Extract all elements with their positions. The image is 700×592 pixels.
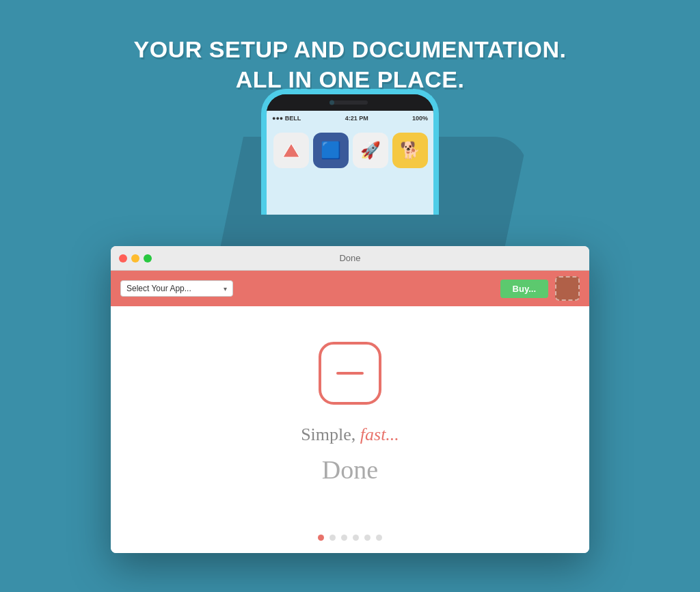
svg-marker-0 (283, 144, 299, 157)
traffic-lights (119, 254, 152, 263)
chevron-down-icon: ▾ (224, 285, 227, 293)
phone: ●●● BELL 4:21 PM 100% 🟦 🚀 🐕 (261, 89, 439, 215)
buy-button[interactable]: Buy... (500, 280, 548, 298)
page-dot-2[interactable] (329, 535, 336, 541)
tagline: Simple, fast... Done (301, 421, 399, 489)
app-icon-3: 🚀 (353, 133, 388, 168)
tagline-simple: Simple, (301, 425, 360, 444)
phone-speaker (332, 100, 368, 105)
window-title: Done (339, 253, 360, 263)
done-app-icon (319, 342, 381, 405)
page-dot-6[interactable] (376, 535, 382, 541)
phone-top-bar (267, 94, 433, 111)
headline-text: YOUR SETUP AND DOCUMENTATION. (134, 34, 567, 64)
window-content: Simple, fast... Done (111, 306, 589, 525)
phone-shell: ●●● BELL 4:21 PM 100% 🟦 🚀 🐕 (261, 89, 439, 215)
page-dot-1[interactable] (318, 535, 324, 541)
tagline-line1: Simple, fast... (301, 421, 399, 448)
battery-text: 100% (412, 115, 428, 122)
traffic-light-yellow[interactable] (131, 254, 139, 263)
minus-icon (336, 372, 364, 375)
tagline-fast: fast... (360, 425, 399, 444)
app-select-dropdown[interactable]: Select Your App... ▾ (120, 280, 233, 297)
page-dot-4[interactable] (353, 535, 359, 541)
app-icon-2: 🟦 (313, 133, 349, 168)
app-icon-thumb (555, 276, 580, 301)
traffic-light-green[interactable] (144, 254, 152, 263)
app-icon-1 (273, 133, 309, 168)
window-titlebar: Done (111, 246, 589, 271)
window-toolbar: Select Your App... ▾ Buy... (111, 271, 589, 306)
app-icon-4: 🐕 (392, 133, 428, 168)
pagination (111, 525, 589, 553)
select-label: Select Your App... (126, 284, 219, 293)
headline: YOUR SETUP AND DOCUMENTATION. ALL IN ONE… (134, 34, 567, 94)
headline-text-2: ALL IN ONE PLACE. (134, 64, 567, 94)
page-dot-5[interactable] (364, 535, 371, 541)
carrier-text: ●●● BELL (272, 115, 301, 122)
time-text: 4:21 PM (345, 115, 368, 122)
traffic-light-red[interactable] (119, 254, 127, 263)
mac-window: Done Select Your App... ▾ Buy... Simple,… (111, 246, 589, 553)
phone-camera (329, 100, 334, 105)
phone-screen: 🟦 🚀 🐕 (267, 126, 433, 215)
tagline-done: Done (301, 450, 399, 489)
page-dot-3[interactable] (341, 535, 347, 541)
phone-status-bar: ●●● BELL 4:21 PM 100% (267, 111, 433, 126)
